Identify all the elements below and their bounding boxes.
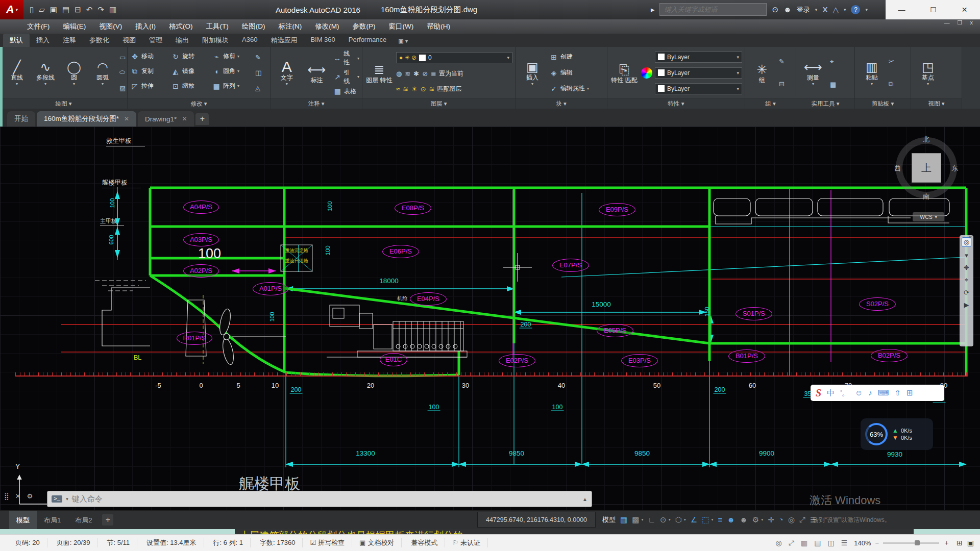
set-current-layer-button[interactable]: 置为当前 — [439, 69, 463, 78]
fillet-tool[interactable]: ◖ 圆角 ▾ — [212, 67, 253, 76]
copy-tool[interactable]: ⧉ 复制 — [130, 67, 171, 76]
mic-icon[interactable]: ♪ — [868, 388, 872, 398]
block-label[interactable]: E01C — [380, 353, 407, 366]
utility-mini-tool[interactable]: ▦ — [830, 81, 836, 88]
chevron-down-icon[interactable]: ▾ — [102, 82, 104, 86]
utility-mini-tool[interactable]: ⌖ — [830, 58, 836, 66]
wps-status-item[interactable]: 页码: 20 — [6, 538, 47, 547]
undo-icon[interactable]: ↶ — [86, 5, 93, 14]
print-icon[interactable]: ⊟ — [75, 5, 81, 14]
hardware-accel-icon[interactable]: ◔ — [779, 515, 783, 524]
chevron-down-icon[interactable]: ▾ — [66, 496, 68, 502]
layer-tool-icon[interactable]: ≋ — [429, 85, 435, 93]
viewcube-east[interactable]: 东 — [951, 164, 959, 173]
ime-toolbar[interactable]: S 中'。☺♪⌨⇧⊞ — [811, 385, 944, 401]
navigation-bar[interactable]: ✕◎▾✥⌖⟳▶ — [960, 235, 973, 346]
maximize-button[interactable]: ☐ — [930, 6, 937, 14]
ribbon-tab[interactable]: 注释 — [56, 34, 83, 47]
osnap-icon[interactable]: ⬚ — [702, 515, 709, 524]
menu-item[interactable]: 插入(I) — [129, 19, 162, 34]
layer-state-icon[interactable]: ⊘ — [411, 54, 416, 61]
wps-status-item[interactable]: 页面: 20/39 — [47, 538, 98, 547]
ortho-icon[interactable]: ∟ — [648, 515, 655, 524]
grid-display-icon[interactable]: ▩ — [632, 515, 639, 524]
layout-tab[interactable]: 布局1 — [37, 511, 68, 530]
block-label[interactable]: E06P/S — [382, 245, 419, 258]
ribbon-tab[interactable]: 默认 — [3, 34, 30, 47]
save-icon[interactable]: ▣ — [50, 5, 57, 14]
panel-footer[interactable]: 绘图 ▾ — [0, 98, 127, 109]
layer-tool-icon[interactable]: ⊙ — [421, 85, 426, 93]
modify-mini-tool[interactable]: ✎ — [255, 54, 261, 61]
block-label[interactable]: S01P/S — [736, 307, 772, 320]
document-window-controls[interactable]: — ❐ x — [944, 19, 976, 26]
command-line-grips[interactable]: ⣿ ✕ ⚙ — [4, 492, 33, 500]
viewcube-west[interactable]: 西 — [894, 164, 901, 173]
layer-tool-icon[interactable]: ≋ — [403, 85, 408, 93]
wcs-dropdown[interactable]: WCS ▾ — [913, 212, 944, 221]
caret-down-icon[interactable]: ▾ — [965, 252, 968, 259]
emoji-icon[interactable]: ☺ — [855, 388, 863, 398]
ribbon-tab[interactable]: 精选应用 — [264, 34, 304, 47]
fullscreen-icon[interactable]: ⤢ — [799, 515, 805, 524]
caret-down-icon[interactable]: ▾ — [684, 517, 686, 522]
edit-attrs-tool[interactable]: ✓ 编辑属性 ▾ — [549, 84, 589, 93]
menu-item[interactable]: 格式(O) — [162, 19, 200, 34]
doc-proof[interactable]: ▣文档校对 — [352, 538, 402, 547]
panel-footer[interactable]: 实用工具 ▾ — [796, 98, 854, 109]
paste-button[interactable]: ▥ 粘贴 ▾ — [857, 49, 886, 96]
chevron-down-icon[interactable]: ▾ — [737, 70, 739, 76]
zoom-slider-knob[interactable] — [915, 540, 920, 545]
panel-footer[interactable]: 视图 ▾ — [911, 98, 962, 109]
panel-footer[interactable]: 组 ▾ — [745, 98, 796, 109]
stretch-tool[interactable]: ◸ 拉伸 — [130, 82, 171, 90]
isodraft-icon[interactable]: ⬡ — [675, 515, 682, 524]
block-edit-tool[interactable]: ◈ 编辑 — [549, 68, 589, 77]
layer-state-icon[interactable]: ● — [399, 54, 403, 61]
menu-item[interactable]: 标注(N) — [272, 19, 309, 34]
leader-tool[interactable]: ↗ 引线 ▾ — [333, 68, 359, 86]
zoom-level[interactable]: 140% — [854, 539, 871, 547]
network-speed-widget[interactable]: 63% ▲0K/s ▼0K/s — [861, 418, 933, 450]
basepoint-button[interactable]: ◳ 基点 ▾ — [914, 49, 942, 96]
zoom-out-button[interactable]: − — [875, 539, 879, 547]
block-label[interactable]: A02P/S — [183, 264, 219, 278]
ribbon-tab[interactable]: 插入 — [30, 34, 56, 47]
close-tab-icon[interactable]: ✕ — [182, 115, 187, 122]
polyline-tool[interactable]: ∿ 多段线 ▾ — [31, 49, 60, 96]
zoom-icon[interactable]: ⌖ — [965, 276, 968, 284]
line-tool[interactable]: ╱ 直线 ▾ — [3, 49, 31, 96]
ribbon-tab[interactable]: 输出 — [169, 34, 195, 47]
chinese-mode-icon[interactable]: 中 — [827, 388, 835, 398]
layer-tool-icon[interactable]: ≋ — [405, 70, 410, 78]
chevron-down-icon[interactable]: ▾ — [737, 86, 739, 91]
menu-item[interactable]: 视图(V) — [92, 19, 129, 34]
modify-mini-tool[interactable]: ◫ — [255, 69, 261, 77]
isolate-objects-icon[interactable]: ◎ — [788, 515, 795, 524]
chevron-down-icon[interactable]: ▾ — [815, 7, 818, 12]
drawing-canvas[interactable]: A04P/SA03P/SA02P/SA01P/SR01P/SE08P/SE06P… — [0, 127, 980, 510]
chevron-down-icon[interactable]: ▾ — [16, 82, 18, 86]
annotation-scale-icon[interactable]: ⚙ — [752, 515, 759, 524]
block-label[interactable]: A03P/S — [183, 233, 219, 246]
block-label[interactable]: A04P/S — [183, 201, 219, 214]
layer-tool-icon[interactable]: ⊘ — [422, 70, 428, 78]
signin-button[interactable]: 登录 — [797, 5, 810, 14]
compat-mode[interactable]: 兼容模式 — [402, 538, 445, 547]
group-button[interactable]: ✳ 组 — [748, 49, 776, 96]
panel-footer[interactable]: 修改 ▾ — [128, 98, 270, 109]
help-search-input[interactable] — [659, 3, 767, 16]
close-icon[interactable]: ✕ — [968, 235, 972, 240]
layer-tool-icon[interactable]: ✱ — [413, 70, 419, 78]
search-expand-icon[interactable]: ▸ — [651, 5, 655, 14]
linear-dim-tool[interactable]: ↔ 线性 ▾ — [333, 49, 359, 67]
match-properties-button[interactable]: ⎘ 特性 匹配 — [610, 49, 639, 96]
zoom-slider[interactable] — [883, 542, 939, 544]
table-tool[interactable]: ▦ 表格 — [333, 87, 359, 96]
panel-footer[interactable]: 特性 ▾ — [607, 98, 745, 109]
file-tab[interactable]: 开始 — [7, 111, 35, 127]
caret-down-icon[interactable]: ▾ — [761, 517, 763, 522]
dimension-tool[interactable]: ⟷ 标注 — [303, 49, 331, 96]
block-label[interactable]: B01P/S — [728, 349, 765, 363]
read-layout-icon[interactable]: ▥ — [801, 539, 807, 547]
